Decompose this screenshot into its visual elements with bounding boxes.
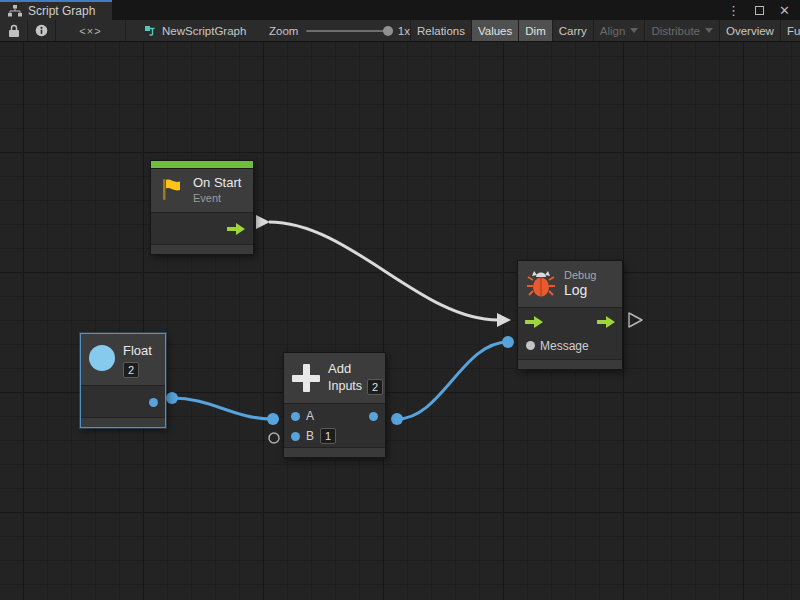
- node-body: [81, 386, 165, 418]
- wire-arrowhead: [497, 313, 511, 327]
- port-row-b: B 1: [284, 426, 385, 446]
- unconnected-port-circle[interactable]: [269, 433, 279, 443]
- port-b-value-input[interactable]: 1: [320, 428, 336, 444]
- port-row-message: Message: [518, 336, 622, 356]
- node-subtitle: Event: [193, 191, 241, 205]
- carry-button[interactable]: Carry: [553, 20, 594, 41]
- float-type-icon: [89, 345, 115, 371]
- code-preview-button[interactable]: <×>: [56, 20, 126, 41]
- window-menu-icon[interactable]: ⋮: [727, 4, 740, 17]
- message-input-port[interactable]: [526, 341, 535, 350]
- node-surtitle: Debug: [564, 268, 596, 282]
- node-header: On Start Event: [151, 169, 253, 213]
- values-label: Values: [478, 25, 512, 37]
- sum-output-port[interactable]: [369, 412, 378, 421]
- node-title: Float: [123, 343, 152, 359]
- graph-breadcrumb[interactable]: NewScriptGraph: [126, 20, 261, 41]
- distribute-dropdown[interactable]: Distribute: [645, 20, 720, 41]
- node-title: On Start: [193, 175, 241, 191]
- fullscreen-button[interactable]: Full Screen: [781, 20, 800, 41]
- chevron-down-icon: [630, 28, 638, 33]
- input-port-b[interactable]: [291, 432, 300, 441]
- node-float[interactable]: Float 2: [80, 333, 166, 428]
- wire-endpoint-dot: [391, 413, 403, 425]
- graph-canvas[interactable]: On Start Event Float 2: [0, 42, 800, 600]
- node-title: Add: [328, 361, 383, 377]
- overview-button[interactable]: Overview: [720, 20, 781, 41]
- wire-add-to-log-message[interactable]: [397, 342, 508, 419]
- distribute-label: Distribute: [651, 25, 700, 37]
- node-footer: [284, 448, 385, 457]
- node-on-start[interactable]: On Start Event: [150, 160, 254, 255]
- node-body: [151, 213, 253, 245]
- message-port-label: Message: [540, 339, 589, 353]
- float-value-input[interactable]: 2: [123, 362, 139, 378]
- node-body: Message: [518, 308, 622, 360]
- hierarchy-icon: [8, 5, 22, 17]
- wire-endpoint-dot: [166, 392, 178, 404]
- graph-name: NewScriptGraph: [162, 25, 246, 37]
- wire-endpoint-dot: [267, 413, 279, 425]
- maximize-icon[interactable]: [755, 6, 764, 15]
- port-b-label: B: [306, 429, 314, 443]
- tab-title: Script Graph: [28, 4, 95, 18]
- wire-endpoint-dot: [502, 336, 514, 348]
- zoom-control: Zoom 1x: [261, 20, 411, 41]
- code-icon: <×>: [79, 25, 101, 37]
- node-footer: [81, 418, 165, 427]
- node-header: Add Inputs 2: [284, 353, 385, 404]
- dim-button[interactable]: Dim: [519, 20, 552, 41]
- port-row-a: A: [284, 406, 385, 426]
- node-footer: [151, 245, 253, 254]
- graph-asset-icon: [144, 25, 156, 37]
- wire-layer: [0, 42, 800, 600]
- node-header: Debug Log: [518, 261, 622, 308]
- close-icon[interactable]: ✕: [779, 4, 790, 17]
- node-debug-log[interactable]: Debug Log Message: [517, 260, 623, 370]
- dim-label: Dim: [525, 25, 545, 37]
- inspect-button[interactable]: [28, 20, 56, 41]
- relations-button[interactable]: Relations: [411, 20, 472, 41]
- event-color-bar: [151, 161, 253, 169]
- overview-label: Overview: [726, 25, 774, 37]
- carry-label: Carry: [559, 25, 587, 37]
- node-header: Float 2: [81, 334, 165, 386]
- info-icon: [35, 24, 48, 37]
- flow-output-port[interactable]: [227, 223, 245, 235]
- node-footer: [518, 360, 622, 369]
- node-body: A B 1: [284, 404, 385, 448]
- node-title: Log: [564, 282, 596, 300]
- relations-label: Relations: [417, 25, 465, 37]
- window-tab-bar: Script Graph ⋮ ✕: [0, 0, 800, 20]
- zoom-value: 1x: [398, 25, 410, 37]
- node-subtitle: Inputs: [328, 379, 362, 395]
- window-controls: ⋮ ✕: [727, 0, 800, 20]
- graph-toolbar: <×> NewScriptGraph Zoom 1x Relations Val…: [0, 20, 800, 42]
- bug-icon: [526, 270, 556, 298]
- align-label: Align: [600, 25, 626, 37]
- fullscreen-label: Full Screen: [787, 25, 800, 37]
- zoom-label: Zoom: [269, 25, 298, 37]
- chevron-down-icon: [705, 28, 713, 33]
- zoom-slider-handle[interactable]: [383, 26, 393, 36]
- flag-icon: [159, 177, 185, 203]
- align-dropdown[interactable]: Align: [594, 20, 646, 41]
- tab-script-graph[interactable]: Script Graph: [0, 0, 112, 20]
- values-button[interactable]: Values: [472, 20, 519, 41]
- titlebar-space: [112, 0, 727, 20]
- flow-input-port[interactable]: [525, 316, 543, 328]
- lock-button[interactable]: [0, 20, 28, 41]
- wire-onstart-to-log[interactable]: [269, 222, 498, 320]
- flow-output-port[interactable]: [597, 316, 615, 328]
- value-output-port[interactable]: [149, 398, 158, 407]
- lock-icon: [8, 24, 20, 38]
- inputs-count-input[interactable]: 2: [367, 379, 383, 395]
- input-port-a[interactable]: [291, 412, 300, 421]
- zoom-slider[interactable]: [306, 30, 389, 32]
- plus-icon: [292, 364, 320, 392]
- unconnected-flow-triangle[interactable]: [629, 313, 642, 327]
- wire-float-to-add-a[interactable]: [172, 398, 273, 419]
- port-a-label: A: [306, 409, 314, 423]
- wire-arrowhead: [256, 215, 270, 229]
- node-add[interactable]: Add Inputs 2 A B 1: [283, 352, 386, 458]
